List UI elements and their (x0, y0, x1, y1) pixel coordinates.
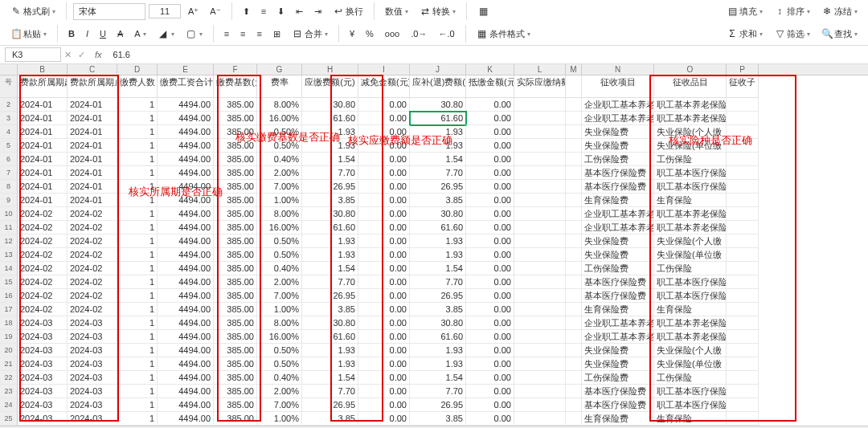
cell[interactable]: 1.54 (410, 262, 466, 275)
cell[interactable] (566, 166, 582, 180)
cell[interactable] (727, 371, 759, 385)
cell[interactable]: 职工基本医疗保险 (654, 398, 727, 412)
cell[interactable]: 0.00 (466, 316, 514, 330)
cell[interactable]: 0.00 (466, 221, 514, 234)
cell[interactable] (727, 344, 759, 357)
cell[interactable]: 25 (0, 412, 18, 426)
cell[interactable]: 11 (0, 221, 18, 234)
cell[interactable]: 生育保险费 (582, 412, 654, 426)
header-cell[interactable]: 抵缴金额(元) (466, 75, 514, 98)
cell[interactable]: 1 (117, 303, 158, 316)
cell[interactable]: 1 (117, 262, 158, 275)
cell[interactable]: 1 (117, 371, 158, 385)
cell[interactable]: 2024-02 (18, 234, 68, 248)
cell[interactable]: 1 (117, 98, 158, 112)
cell[interactable]: 13 (0, 248, 18, 262)
cell[interactable]: 0.00 (358, 357, 410, 371)
cell[interactable]: 2024-01 (18, 112, 68, 125)
cell[interactable]: 基本医疗保险费 (582, 180, 654, 194)
cell[interactable]: 企业职工基本养老 (582, 112, 654, 125)
cell[interactable]: 2024-01 (68, 166, 117, 180)
col-header[interactable]: L (514, 64, 566, 75)
cell[interactable]: 1 (117, 234, 158, 248)
cell[interactable]: 7 (0, 166, 18, 180)
cell[interactable]: 0.00 (358, 194, 410, 207)
cell[interactable]: 4494.00 (158, 166, 214, 180)
cell[interactable]: 4494.00 (158, 371, 214, 385)
cell[interactable]: 0.50% (257, 344, 302, 357)
header-cell[interactable]: 费款所属期止 (68, 75, 117, 98)
cell[interactable]: 2024-03 (18, 330, 68, 344)
cell[interactable]: 0.00 (466, 125, 514, 139)
cell[interactable]: 2024-03 (68, 330, 117, 344)
header-cell[interactable]: 应补(退)费额(元) (410, 75, 466, 98)
cell[interactable]: 职工基本养老保险 (654, 98, 727, 112)
cell[interactable]: 2024-01 (68, 139, 117, 153)
format-brush-button[interactable]: ✎格式刷▾ (6, 3, 59, 20)
header-cell[interactable]: 费款所属期起 (18, 75, 68, 98)
cell[interactable]: 2024-02 (68, 248, 117, 262)
font-color-button[interactable]: A▾ (130, 26, 149, 41)
cell[interactable] (566, 221, 582, 234)
cell[interactable]: 2 (0, 98, 18, 112)
cell[interactable]: 2024-03 (18, 344, 68, 357)
cell[interactable] (566, 180, 582, 194)
cell[interactable]: 失业保险(单位缴 (654, 248, 727, 262)
cell[interactable]: 2024-03 (68, 357, 117, 371)
cell[interactable]: 14 (0, 262, 18, 275)
cell[interactable] (514, 194, 566, 207)
bg-color-button[interactable]: ◢▾ (154, 26, 178, 42)
cell[interactable]: 0.00 (466, 194, 514, 207)
cell[interactable] (514, 303, 566, 316)
cell[interactable]: 1 (117, 316, 158, 330)
cell[interactable]: 21 (0, 357, 18, 371)
cell[interactable]: 385.00 (214, 275, 257, 289)
cell[interactable]: 385.00 (214, 221, 257, 234)
cell[interactable]: 385.00 (214, 139, 257, 153)
cell[interactable]: 61.60 (302, 221, 358, 234)
cell[interactable]: 0.00 (358, 303, 410, 316)
cell[interactable]: 1.93 (410, 125, 466, 139)
cell[interactable]: 职工基本医疗保险 (654, 180, 727, 194)
strike-button[interactable]: A (113, 26, 127, 41)
cell[interactable]: 4494.00 (158, 153, 214, 166)
dec-dec-button[interactable]: ←.0 (434, 26, 458, 41)
cell[interactable] (727, 412, 759, 426)
cell[interactable]: 2024-03 (68, 316, 117, 330)
cell[interactable]: 生育保险 (654, 194, 727, 207)
cell[interactable]: 0.50% (257, 357, 302, 371)
cell[interactable]: 0.00 (358, 316, 410, 330)
col-header[interactable]: B (18, 64, 68, 75)
cell[interactable]: 22 (0, 371, 18, 385)
cell[interactable]: 26.95 (410, 180, 466, 194)
cell[interactable] (514, 412, 566, 426)
cell[interactable]: 2024-03 (18, 371, 68, 385)
align-right-button[interactable]: ≡ (253, 26, 266, 41)
cell[interactable]: 385.00 (214, 316, 257, 330)
cell[interactable]: 0.00 (358, 234, 410, 248)
cell[interactable] (514, 275, 566, 289)
cell[interactable]: 385.00 (214, 153, 257, 166)
cell[interactable]: 1 (117, 194, 158, 207)
col-header[interactable]: N (582, 64, 654, 75)
col-header[interactable]: I (358, 64, 410, 75)
cell[interactable]: 1 (117, 112, 158, 125)
cell[interactable]: 2024-01 (18, 139, 68, 153)
cell[interactable]: 0.00 (358, 180, 410, 194)
cell[interactable]: 2024-02 (18, 262, 68, 275)
cell[interactable] (566, 139, 582, 153)
cell[interactable] (514, 289, 566, 303)
cell[interactable]: 15 (0, 275, 18, 289)
cell[interactable]: 0.00 (358, 330, 410, 344)
cell[interactable]: 生育保险费 (582, 194, 654, 207)
cell[interactable]: 0.00 (466, 303, 514, 316)
cell[interactable]: 0.00 (358, 221, 410, 234)
cell[interactable]: 失业保险(单位缴 (654, 139, 727, 153)
cell[interactable] (566, 248, 582, 262)
percent-button[interactable]: % (362, 26, 378, 41)
cell[interactable]: 1.93 (410, 344, 466, 357)
cell[interactable]: 16 (0, 289, 18, 303)
cell[interactable]: 1 (117, 289, 158, 303)
cell[interactable]: 失业保险(单位缴 (654, 357, 727, 371)
cond-format-button[interactable]: ▦条件格式▾ (473, 26, 534, 43)
